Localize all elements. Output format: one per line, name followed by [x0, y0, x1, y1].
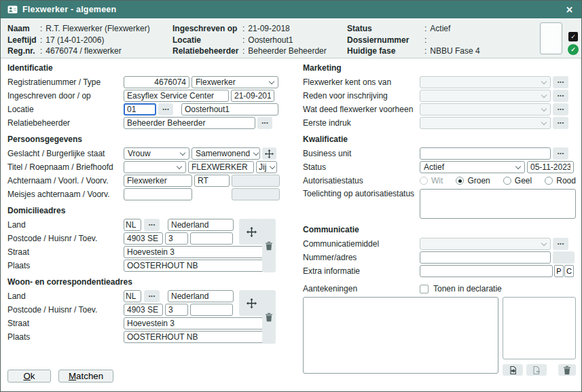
- tonen-in-declaratie-label: Tonen in declaratie: [433, 284, 502, 293]
- radio-wit[interactable]: Wit: [420, 176, 443, 185]
- c-button[interactable]: C: [564, 265, 574, 277]
- postcode-huisnr-toev-label: Postcode / Huisnr / Toev.: [7, 305, 124, 315]
- close-icon[interactable]: ✕: [564, 5, 575, 15]
- eerste-indruk-lookup-button[interactable]: ...: [553, 117, 568, 129]
- plaats-label: Plaats: [7, 332, 124, 342]
- toelichting-textarea[interactable]: [420, 189, 576, 219]
- kent-ons-van-select[interactable]: [420, 76, 551, 88]
- note-export-button[interactable]: [526, 364, 547, 376]
- woonadres-title: Woon- en correspondentieadres: [7, 272, 303, 289]
- note-import-button[interactable]: [503, 364, 523, 376]
- woon-toevoeging-input[interactable]: [190, 304, 233, 316]
- business-unit-lookup-button[interactable]: ...: [553, 147, 568, 160]
- meisjesnaam-input[interactable]: [124, 188, 192, 200]
- status-select[interactable]: Actief: [420, 161, 525, 173]
- geslacht-value: Vrouw: [128, 149, 151, 158]
- aantekeningen-textarea[interactable]: [303, 297, 498, 374]
- huisnr-input[interactable]: [165, 232, 188, 245]
- toevoeging-input[interactable]: [190, 232, 233, 245]
- type-value: Flexwerker: [196, 77, 236, 87]
- locatie-code-input[interactable]: [124, 103, 156, 115]
- regnr-value: 4676074 / flexwerker: [46, 46, 121, 57]
- land-lookup-button[interactable]: ...: [144, 219, 160, 231]
- delete-address-button[interactable]: [262, 219, 276, 272]
- radio-rood[interactable]: Rood: [545, 176, 576, 185]
- land-code-input[interactable]: [124, 219, 141, 231]
- section-marketing: Marketing Flexwerker kent ons van ... Re…: [303, 58, 576, 130]
- meisjesnaam-voorv-label: Meisjes achternaam / Voorv.: [7, 190, 124, 199]
- section-communicatie: Communicatie Communicatiemiddel ... Numm…: [303, 220, 576, 278]
- domicilieadres-title: Domicilieadres: [7, 201, 303, 218]
- delete-address-button[interactable]: [262, 290, 276, 344]
- locatie-lookup-button[interactable]: ...: [158, 103, 173, 115]
- roepnaam-input[interactable]: [188, 161, 254, 173]
- tonen-in-declaratie-checkbox[interactable]: [420, 285, 429, 293]
- reden-inschrijving-label: Reden voor inschrijving: [303, 91, 420, 101]
- communicatiemiddel-select[interactable]: [420, 238, 551, 250]
- p-button[interactable]: P: [554, 265, 564, 277]
- move-address-button[interactable]: [239, 219, 264, 245]
- section-kwalificatie: Kwalificatie Business unit ... Status Ac…: [303, 130, 576, 220]
- chevron-down-icon: [180, 149, 185, 155]
- straat-input[interactable]: [124, 246, 266, 258]
- woon-huisnr-input[interactable]: [165, 304, 188, 316]
- locatie-naam-input[interactable]: [181, 103, 278, 115]
- radio-groen[interactable]: Groen: [456, 176, 490, 185]
- woon-plaats-input[interactable]: [124, 331, 266, 343]
- woon-postcode-input[interactable]: [124, 304, 163, 316]
- move-row-button[interactable]: [262, 147, 276, 160]
- plaats-input[interactable]: [124, 260, 266, 272]
- business-unit-input[interactable]: [420, 147, 551, 160]
- note-delete-button[interactable]: [558, 364, 576, 376]
- ingeschreven-op-label: Ingeschreven op: [172, 23, 242, 35]
- woon-straat-input[interactable]: [124, 317, 266, 329]
- registratienummer-input[interactable]: [124, 76, 189, 88]
- eerste-indruk-select[interactable]: [420, 117, 551, 129]
- briefhoofd-select[interactable]: Jij: [256, 161, 277, 173]
- relatiebeheerder-label: Relatiebeheerder: [172, 46, 242, 57]
- extra-informatie-input[interactable]: [420, 265, 553, 277]
- type-select[interactable]: Flexwerker: [192, 76, 278, 88]
- meisjes-voorvoegsel-input[interactable]: [232, 188, 280, 200]
- postcode-input[interactable]: [124, 232, 163, 245]
- achternaam-input[interactable]: [124, 175, 192, 187]
- kent-ons-van-label: Flexwerker kent ons van: [303, 77, 420, 87]
- voorletters-input[interactable]: [194, 175, 230, 187]
- nummer-adres-extra-button[interactable]: [553, 251, 575, 264]
- voorheen-select[interactable]: [420, 103, 551, 115]
- titlebar[interactable]: Flexwerker - algemeen ✕: [1, 1, 581, 18]
- woon-land-lookup-button[interactable]: ...: [144, 290, 160, 302]
- section-aantekeningen: Aantekeningen Tonen in declaratie: [303, 282, 576, 376]
- titel-select[interactable]: [124, 161, 186, 173]
- ok-button[interactable]: Ok: [7, 370, 51, 382]
- ingeschreven-door-input[interactable]: [124, 90, 229, 102]
- geslacht-select[interactable]: Vrouw: [124, 147, 189, 160]
- radio-geel[interactable]: Geel: [503, 176, 532, 185]
- voorheen-lookup-button[interactable]: ...: [553, 103, 568, 115]
- relatiebeheerder-input[interactable]: [124, 117, 255, 129]
- eerste-indruk-label: Eerste indruk: [303, 118, 420, 128]
- relatiebeheerder-lookup-button[interactable]: ...: [257, 117, 272, 129]
- land-naam-input[interactable]: [168, 219, 234, 231]
- communicatiemiddel-lookup-button[interactable]: ...: [553, 238, 568, 250]
- chevron-down-icon: [541, 92, 547, 97]
- reden-inschrijving-lookup-button[interactable]: ...: [553, 90, 568, 102]
- section-persoonsgegevens: Persoonsgegevens Geslacht / Burgerlijke …: [7, 130, 303, 201]
- id-card-icon: [7, 5, 18, 14]
- colon: :: [424, 46, 426, 57]
- matchen-button[interactable]: Matchen: [58, 370, 113, 382]
- kent-ons-van-lookup-button[interactable]: ...: [553, 76, 568, 88]
- black-checkbox-icon[interactable]: ✓: [568, 32, 578, 41]
- status-datum-input[interactable]: [527, 161, 574, 173]
- move-address-button[interactable]: [239, 290, 264, 316]
- achternaam-voorl-voorv-label: Achternaam / Voorl. / Voorv.: [7, 176, 124, 185]
- reden-inschrijving-select[interactable]: [420, 90, 551, 102]
- aantekeningen-list[interactable]: [503, 297, 576, 359]
- ingeschreven-op-input[interactable]: [231, 90, 274, 102]
- voorvoegsel-input[interactable]: [232, 175, 280, 187]
- chevron-down-icon: [541, 240, 547, 245]
- burgerlijke-staat-select[interactable]: Samenwonend: [192, 147, 260, 160]
- woon-land-naam-input[interactable]: [168, 290, 234, 302]
- nummer-adres-input[interactable]: [420, 251, 551, 264]
- woon-land-code-input[interactable]: [124, 290, 141, 302]
